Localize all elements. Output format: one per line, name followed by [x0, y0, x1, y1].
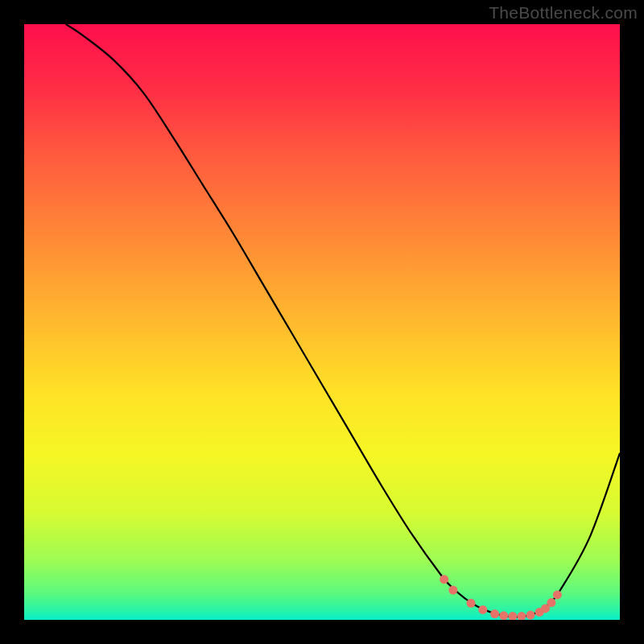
highlight-dot — [499, 611, 508, 620]
highlight-dot — [508, 612, 517, 620]
highlight-dot — [448, 586, 457, 595]
watermark-text: TheBottleneck.com — [489, 3, 638, 23]
marker-group — [440, 575, 562, 620]
highlight-dot — [440, 575, 448, 584]
highlight-dot — [547, 598, 555, 607]
highlight-dot — [517, 612, 526, 620]
highlight-dot — [490, 609, 499, 618]
highlight-dot — [553, 590, 562, 599]
plot-area — [24, 24, 620, 620]
curve-layer — [24, 24, 620, 620]
bottleneck-curve — [66, 24, 620, 617]
highlight-dot — [467, 599, 476, 608]
highlight-dot — [478, 605, 487, 614]
highlight-dot — [526, 611, 535, 620]
